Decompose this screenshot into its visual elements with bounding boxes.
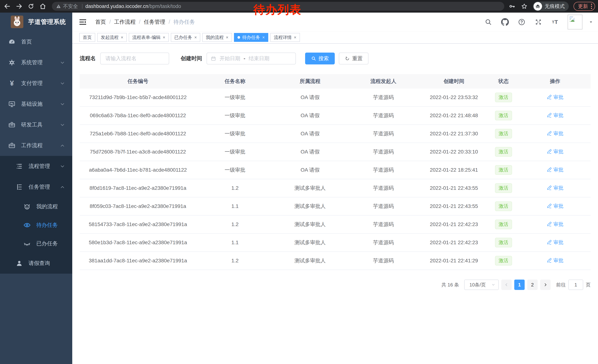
cell-actions: 审批: [520, 94, 590, 101]
browser-menu-icon[interactable]: [591, 4, 592, 9]
breadcrumb-workflow[interactable]: 工作流程: [114, 18, 136, 26]
tab-done-tasks[interactable]: 已办任务×: [171, 33, 200, 42]
approve-label: 审批: [553, 221, 563, 227]
edit-pen-icon: [547, 240, 552, 245]
browser-update-button[interactable]: 更新: [573, 2, 595, 11]
sidebar-item-workflow[interactable]: 工作流程: [0, 135, 72, 156]
tree-icon: [15, 183, 23, 191]
approve-link[interactable]: 审批: [547, 221, 563, 227]
bookmark-star-icon[interactable]: [521, 2, 528, 11]
sidebar-item-label: 待办任务: [36, 221, 58, 229]
fullscreen-icon[interactable]: [534, 18, 542, 26]
tab-close-icon[interactable]: ×: [163, 35, 165, 40]
sidebar-item-leave-query[interactable]: 请假查询: [0, 253, 72, 274]
tab-my-process[interactable]: 我的流程×: [202, 33, 232, 42]
start-date-placeholder: 开始日期: [220, 55, 240, 62]
approve-link[interactable]: 审批: [547, 130, 563, 137]
column-header: 任务编号: [80, 78, 196, 85]
font-size-icon[interactable]: TT: [551, 18, 559, 26]
browser-home-icon[interactable]: [39, 2, 47, 11]
sidebar-item-label: 流程管理: [29, 162, 50, 170]
sidebar-item-done-tasks[interactable]: 已办任务: [0, 235, 72, 253]
cell-name: 一级审批: [196, 148, 274, 155]
approve-link[interactable]: 审批: [547, 148, 563, 155]
approve-link[interactable]: 审批: [547, 203, 563, 209]
approve-link[interactable]: 审批: [547, 94, 563, 101]
tab-close-icon[interactable]: ×: [194, 35, 197, 40]
end-date-placeholder: 结束日期: [249, 55, 269, 62]
cell-name: 1.1: [196, 240, 274, 245]
search-icon[interactable]: [484, 18, 492, 26]
page-button-2[interactable]: 2: [527, 280, 538, 290]
reset-button[interactable]: 重置: [339, 53, 368, 65]
status-badge: 激活: [495, 93, 512, 102]
table-row: 8f059c03-7ac8-11ec-a9e2-a2380e71991a1.1测…: [80, 197, 590, 216]
avatar-caret-icon[interactable]: [589, 20, 593, 24]
page-size-select[interactable]: 10条/页: [464, 280, 499, 290]
sidebar-item-process-management[interactable]: 流程管理: [0, 156, 72, 177]
approve-label: 审批: [553, 185, 563, 191]
toolbox-icon: [8, 121, 16, 129]
tab-start-process[interactable]: 发起流程×: [97, 33, 127, 42]
sidebar-item-todo-tasks[interactable]: 待办任务: [0, 216, 72, 235]
sidebar-item-payment-management[interactable]: ¥支付管理: [0, 73, 72, 94]
edit-pen-icon: [547, 222, 552, 226]
chevron-down-icon: [60, 101, 65, 107]
process-name-input[interactable]: [100, 53, 169, 65]
goto-page-input[interactable]: [568, 280, 583, 290]
sidebar-item-system-management[interactable]: 系统管理: [0, 52, 72, 73]
password-key-icon[interactable]: [508, 2, 516, 11]
sidebar-item-dev-tools[interactable]: 研发工具: [0, 114, 72, 135]
prev-page-button[interactable]: [501, 280, 512, 290]
approve-label: 审批: [553, 94, 563, 101]
cell-created: 2022-01-22 21:48:48: [421, 113, 487, 119]
browser-forward-icon[interactable]: [15, 2, 23, 11]
tab-close-icon[interactable]: ×: [121, 35, 123, 40]
column-header: 流程发起人: [346, 78, 421, 85]
cell-starter: 芋道源码: [346, 239, 421, 246]
approve-link[interactable]: 审批: [547, 112, 563, 119]
user-avatar[interactable]: [568, 15, 582, 29]
approve-label: 审批: [553, 130, 563, 137]
tab-todo-tasks[interactable]: 待办任务×: [234, 33, 268, 42]
sidebar-collapse-icon[interactable]: [79, 18, 87, 26]
security-warning-icon[interactable]: [56, 4, 61, 9]
sidebar-item-home[interactable]: 首页: [0, 32, 72, 52]
edit-pen-icon: [547, 113, 552, 118]
cell-actions: 审批: [520, 148, 590, 155]
help-icon[interactable]: [518, 18, 526, 26]
sidebar-item-task-management[interactable]: 任务管理: [0, 177, 72, 197]
approve-link[interactable]: 审批: [547, 257, 563, 264]
browser-reload-icon[interactable]: [27, 2, 35, 11]
tab-close-icon[interactable]: ×: [262, 35, 265, 40]
page-button-1[interactable]: 1: [514, 280, 525, 290]
cell-created: 2022-01-21 22:43:55: [421, 185, 487, 191]
sidebar-item-my-process[interactable]: 我的流程: [0, 197, 72, 216]
url-divider: [82, 4, 83, 9]
tab-process-detail[interactable]: 流程详情×: [270, 33, 300, 42]
github-icon[interactable]: [501, 18, 509, 26]
approve-link[interactable]: 审批: [547, 239, 563, 246]
robot-icon: [23, 202, 31, 211]
breadcrumb-home[interactable]: 首页: [95, 18, 106, 26]
cell-id: 381aa1dd-7ac8-11ec-a9e2-a2380e71991a: [80, 258, 196, 264]
url-path: /bpm/task/todo: [148, 4, 181, 9]
browser-back-icon[interactable]: [3, 2, 11, 11]
next-page-button[interactable]: [540, 280, 551, 290]
cell-process: 测试多审批人: [274, 185, 346, 192]
eye-icon: [23, 221, 31, 229]
tab-process-form-edit[interactable]: 流程表单-编辑×: [129, 33, 169, 42]
cell-starter: 芋道源码: [346, 112, 421, 119]
sidebar-item-infrastructure[interactable]: 基础设施: [0, 94, 72, 114]
app-logo-row[interactable]: 芋道管理系统: [0, 13, 72, 31]
tab-close-icon[interactable]: ×: [294, 35, 296, 40]
tab-home[interactable]: 首页: [79, 33, 95, 42]
cell-actions: 审批: [520, 185, 590, 192]
tab-close-icon[interactable]: ×: [226, 35, 228, 40]
approve-link[interactable]: 审批: [547, 185, 563, 191]
search-button[interactable]: 搜索: [305, 53, 335, 65]
page-size-value: 10条/页: [469, 282, 486, 288]
date-range-picker[interactable]: 开始日期 - 结束日期: [207, 53, 296, 65]
approve-link[interactable]: 审批: [547, 166, 563, 173]
breadcrumb-task-management[interactable]: 任务管理: [144, 18, 165, 26]
